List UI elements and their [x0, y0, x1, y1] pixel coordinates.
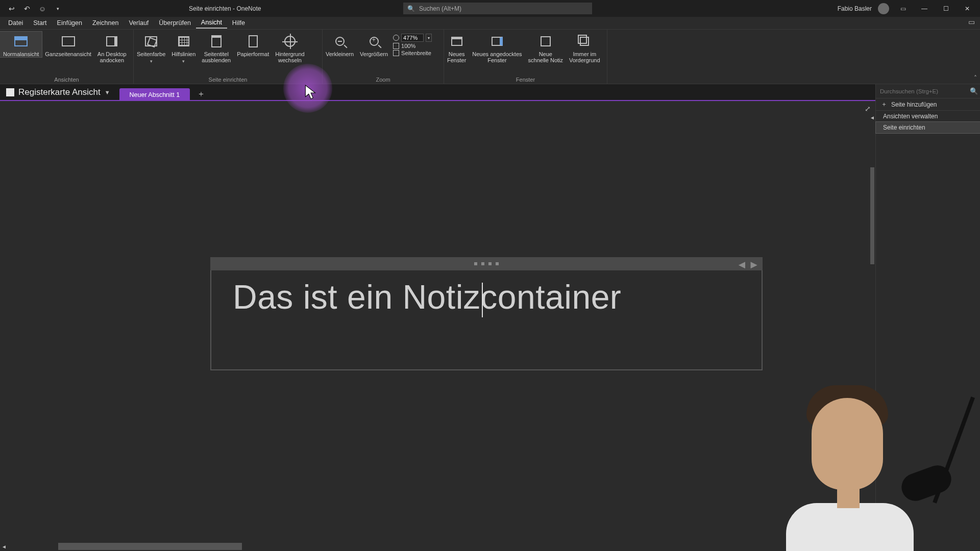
close-button[interactable]: ✕ — [960, 3, 975, 15]
menu-start[interactable]: Start — [28, 18, 52, 28]
search-icon: 🔍 — [407, 5, 415, 12]
zoom-100-icon — [393, 43, 399, 49]
page-list-item[interactable]: Ansichten verwalten — [876, 111, 980, 122]
user-name[interactable]: Fabio Basler — [838, 5, 872, 12]
back-button[interactable]: ↩ — [6, 3, 17, 14]
immer-im-vordergrund-button[interactable]: Immer im Vordergrund — [566, 32, 603, 63]
ribbon: Normalansicht Ganzseitenansicht An Deskt… — [0, 29, 980, 84]
page-width-icon — [393, 50, 399, 56]
neue-schnelle-notiz-button[interactable]: Neue schnelle Notiz — [525, 32, 566, 63]
qat-dropdown[interactable]: ▾ — [52, 3, 63, 14]
menu-einfuegen[interactable]: Einfügen — [52, 18, 87, 28]
grip-dot-icon — [488, 262, 492, 265]
add-page-button[interactable]: ＋ Seite hinzufügen — [876, 98, 980, 111]
menu-datei[interactable]: Datei — [3, 18, 28, 28]
section-tab[interactable]: Neuer Abschnitt 1 — [119, 88, 190, 102]
ganzseitenansicht-button[interactable]: Ganzseitenansicht — [42, 32, 94, 57]
maximize-button[interactable]: ☐ — [938, 3, 953, 15]
group-label-seite: Seite einrichten — [134, 77, 322, 83]
note-container-grip[interactable] — [210, 257, 763, 270]
hide-title-icon — [207, 34, 226, 49]
ribbon-display-options[interactable]: ▭ — [895, 3, 911, 15]
title-bar: ↩ ↶ ☺ ▾ Seite einrichten - OneNote 🔍 Suc… — [0, 0, 980, 17]
menu-verlauf[interactable]: Verlauf — [124, 18, 154, 28]
group-label-zoom: Zoom — [323, 77, 444, 83]
neues-fenster-button[interactable]: Neues Fenster — [444, 32, 469, 63]
vergroessern-button[interactable]: Vergrößern — [357, 32, 391, 57]
new-window-icon — [448, 34, 466, 49]
minimize-button[interactable]: — — [917, 3, 932, 15]
seitenfarbe-button[interactable]: Seitenfarbe ▾ — [134, 32, 168, 64]
dropdown-caret-icon: ▾ — [150, 58, 153, 64]
note-text[interactable]: Das ist ein Notizcontainer — [233, 280, 740, 315]
dropdown-caret-icon: ▾ — [182, 58, 185, 64]
notebook-name: Registerkarte Ansicht — [18, 87, 101, 97]
scroll-track[interactable] — [8, 543, 867, 550]
page-color-icon — [142, 34, 160, 49]
notebook-dropdown[interactable]: Registerkarte Ansicht ▼ — [0, 87, 110, 97]
note-container[interactable]: ◄ ► Das ist ein Notizcontainer — [210, 257, 763, 370]
collapse-ribbon-button[interactable]: ˄ — [974, 74, 977, 82]
zoom-dropdown[interactable]: ▾ — [426, 34, 432, 42]
window-title: Seite einrichten - OneNote — [189, 5, 261, 12]
neues-angedocktes-fenster-button[interactable]: Neues angedocktes Fenster — [469, 32, 525, 63]
ribbon-options-button[interactable]: ▭ — [968, 18, 975, 26]
horizontal-scrollbar[interactable]: ◄ ► — [0, 542, 875, 551]
hintergrund-wechseln-button[interactable]: Hintergrund wechseln — [272, 32, 307, 63]
page-list-item[interactable]: Seite einrichten — [876, 122, 980, 133]
seitentitel-ausblenden-button[interactable]: Seitentitel ausblenden — [199, 32, 234, 63]
page-canvas[interactable]: ⤢ ◄ ► Das ist ein Notizcontainer — [0, 101, 875, 542]
page-search-input[interactable] — [876, 88, 968, 94]
always-on-top-icon — [575, 34, 594, 49]
rule-lines-icon — [175, 34, 193, 49]
note-container-body[interactable]: Das ist ein Notizcontainer — [210, 270, 763, 370]
grip-dot-icon — [496, 262, 499, 265]
zoom-out-icon — [331, 34, 349, 49]
group-label-ansichten: Ansichten — [0, 77, 133, 83]
notebook-bar: Registerkarte Ansicht ▼ Neuer Abschnitt … — [0, 84, 980, 101]
zoom-pagewidth-button[interactable]: Seitenbreite — [393, 50, 432, 56]
ribbon-group-zoom: Verkleinern Vergrößern ▾ 100% Seiten — [323, 30, 444, 84]
search-placeholder: Suchen (Alt+M) — [419, 5, 461, 12]
background-icon — [281, 34, 299, 49]
plus-icon: ＋ — [881, 100, 887, 109]
add-section-button[interactable]: ＋ — [197, 89, 205, 99]
menu-hilfe[interactable]: Hilfe — [227, 18, 250, 28]
sync-button[interactable]: ☺ — [37, 3, 48, 14]
horizontal-scroll-thumb[interactable] — [58, 543, 242, 550]
zoom-value-input[interactable] — [401, 34, 424, 42]
dock-to-desktop-icon — [103, 34, 121, 49]
new-docked-window-icon — [488, 34, 506, 49]
vertical-scroll-thumb[interactable] — [870, 167, 874, 264]
notebook-icon — [6, 88, 14, 96]
scroll-left-arrow[interactable]: ◄ — [0, 542, 8, 550]
hilfslinien-button[interactable]: Hilfslinien ▾ — [168, 32, 199, 64]
papierformat-button[interactable]: Papierformat — [234, 32, 272, 57]
zoom-100-button[interactable]: 100% — [393, 43, 432, 49]
normalansicht-button[interactable]: Normalansicht — [0, 32, 42, 57]
undo-button[interactable]: ↶ — [21, 3, 33, 14]
paper-size-icon — [244, 34, 262, 49]
verkleinern-button[interactable]: Verkleinern — [323, 32, 357, 57]
ribbon-group-ansichten: Normalansicht Ganzseitenansicht An Deskt… — [0, 30, 134, 84]
note-container-right-arrow-icon[interactable]: ► — [748, 258, 760, 271]
quick-note-icon — [536, 34, 555, 49]
global-search[interactable]: 🔍 Suchen (Alt+M) — [403, 3, 592, 14]
menu-zeichnen[interactable]: Zeichnen — [87, 18, 124, 28]
search-icon[interactable]: 🔍 — [968, 87, 980, 95]
zoom-value-icon — [393, 35, 399, 41]
an-desktop-andocken-button[interactable]: An Desktop andocken — [94, 32, 130, 63]
group-label-fenster: Fenster — [444, 77, 607, 83]
menu-bar: Datei Start Einfügen Zeichnen Verlauf Üb… — [0, 17, 980, 29]
menu-ansicht[interactable]: Ansicht — [196, 17, 227, 29]
note-container-left-arrow-icon[interactable]: ◄ — [736, 258, 747, 271]
page-search[interactable]: 🔍 — [876, 84, 980, 98]
chevron-down-icon: ▼ — [105, 89, 110, 95]
vertical-scrollbar[interactable] — [870, 101, 875, 542]
scroll-right-arrow[interactable]: ► — [867, 542, 875, 550]
full-page-view-icon — [59, 34, 78, 49]
menu-ueberpruefen[interactable]: Überprüfen — [154, 18, 196, 28]
zoom-in-icon — [365, 34, 383, 49]
page-list-pane: 🔍 ＋ Seite hinzufügen ◄ Ansichten verwalt… — [875, 84, 980, 542]
user-avatar[interactable] — [878, 3, 889, 14]
